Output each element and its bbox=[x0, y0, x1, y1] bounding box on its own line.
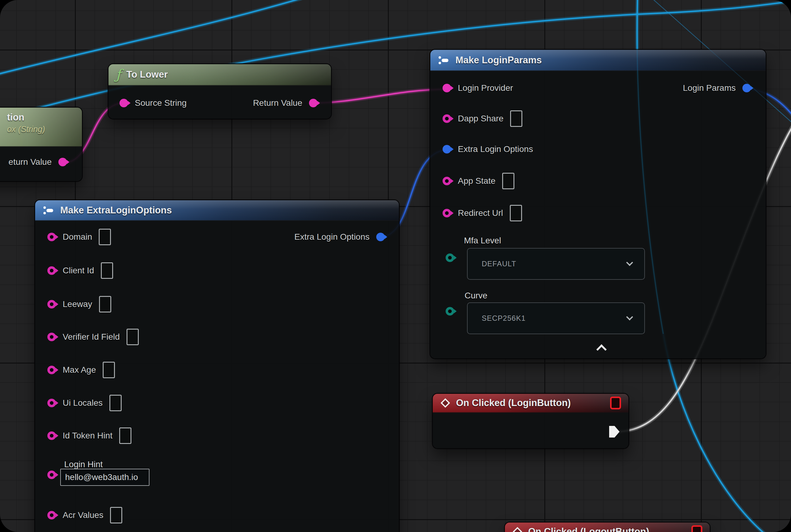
pin-redirect-url[interactable] bbox=[443, 209, 451, 217]
pin-label: Acr Values bbox=[63, 510, 103, 520]
blueprint-canvas[interactable]: tion ox (String) eturn Value ƒ To Lower … bbox=[0, 0, 791, 532]
pin-ui-locales[interactable] bbox=[47, 399, 56, 407]
pin-label: Id Token Hint bbox=[63, 431, 113, 441]
pin-client-id[interactable] bbox=[47, 266, 56, 275]
pin-label: Source String bbox=[135, 98, 187, 108]
node-on-clicked-login-header[interactable]: On Clicked (LoginButton) bbox=[433, 394, 629, 413]
checkbox-client-id[interactable] bbox=[101, 262, 113, 279]
row-extra-login-options-out: Extra Login Options bbox=[294, 228, 385, 246]
make-struct-icon bbox=[42, 205, 55, 215]
row-login-params-out: Login Params bbox=[683, 79, 751, 97]
node-partial-title: tion bbox=[7, 112, 24, 123]
mfa-level-value: DEFAULT bbox=[482, 260, 516, 268]
pin-extra-login-options-in[interactable] bbox=[443, 145, 451, 153]
pin-label: Verifier Id Field bbox=[63, 332, 120, 342]
pin-label: Ui Locales bbox=[63, 398, 103, 408]
function-icon: ƒ bbox=[116, 68, 121, 81]
checkbox-app-state[interactable] bbox=[502, 173, 515, 189]
pin-source-string[interactable] bbox=[119, 99, 128, 107]
pin-label: Redirect Url bbox=[458, 208, 503, 218]
node-to-lower-header[interactable]: ƒ To Lower bbox=[109, 64, 331, 86]
pin-login-provider[interactable] bbox=[443, 84, 451, 92]
checkbox-dapp-share[interactable] bbox=[510, 110, 522, 127]
node-partial-subtitle: ox (String) bbox=[7, 125, 45, 134]
make-struct-icon bbox=[438, 55, 450, 65]
curve-label: Curve bbox=[465, 291, 487, 301]
pin-domain[interactable] bbox=[47, 233, 56, 241]
node-on-clicked-logout-header[interactable]: On Clicked (LogoutButton) bbox=[505, 522, 710, 532]
node-on-clicked-logout-button[interactable]: On Clicked (LogoutButton) bbox=[505, 522, 710, 532]
checkbox-ui-locales[interactable] bbox=[110, 395, 122, 411]
row-domain: Domain bbox=[47, 228, 111, 246]
row-max-age: Max Age bbox=[47, 361, 115, 379]
curve-dropdown[interactable]: SECP256K1 bbox=[467, 302, 645, 334]
checkbox-verifier-id-field[interactable] bbox=[127, 329, 139, 345]
row-app-state: App State bbox=[443, 172, 515, 190]
row-leeway: Leeway bbox=[47, 296, 111, 313]
pin-label: Extra Login Options bbox=[458, 144, 533, 154]
node-on-clicked-logout-title: On Clicked (LogoutButton) bbox=[528, 526, 649, 532]
pin-return-value[interactable] bbox=[309, 99, 317, 107]
node-make-extra-login-options[interactable]: Make ExtraLoginOptions Domain Client Id … bbox=[35, 200, 399, 532]
exec-pin-out[interactable] bbox=[609, 426, 619, 438]
pin-login-params-out[interactable] bbox=[742, 84, 751, 92]
node-partial-function[interactable]: tion ox (String) eturn Value bbox=[0, 108, 82, 181]
chevron-down-icon bbox=[626, 259, 633, 266]
node-make-extra-header[interactable]: Make ExtraLoginOptions bbox=[35, 200, 399, 221]
login-hint-label: Login Hint bbox=[64, 459, 103, 469]
pin-label: Login Provider bbox=[458, 83, 513, 93]
pin-login-hint[interactable] bbox=[47, 471, 56, 479]
row-partial-return: eturn Value bbox=[8, 153, 67, 171]
pin-label: Login Params bbox=[683, 83, 736, 93]
pin-id-token-hint[interactable] bbox=[47, 432, 56, 440]
row-return-value: Return Value bbox=[253, 94, 317, 112]
pin-leeway[interactable] bbox=[47, 300, 56, 308]
delegate-box-icon[interactable] bbox=[691, 525, 702, 532]
checkbox-leeway[interactable] bbox=[99, 296, 111, 312]
pin-max-age[interactable] bbox=[47, 366, 56, 374]
row-id-token-hint: Id Token Hint bbox=[47, 427, 131, 444]
node-make-login-params-title: Make LoginParams bbox=[456, 55, 542, 66]
checkbox-max-age[interactable] bbox=[103, 362, 115, 378]
pin-acr-values[interactable] bbox=[47, 511, 56, 519]
delegate-box-icon[interactable] bbox=[610, 397, 621, 410]
event-diamond-icon bbox=[513, 527, 522, 532]
row-extra-login-options-in: Extra Login Options bbox=[443, 141, 533, 158]
event-diamond-icon bbox=[440, 398, 450, 407]
row-dapp-share: Dapp Share bbox=[443, 110, 522, 127]
pin-label: Domain bbox=[63, 232, 92, 242]
node-partial-header[interactable]: tion ox (String) bbox=[0, 108, 82, 147]
collapse-chevron-icon[interactable] bbox=[596, 344, 607, 355]
pin-label: eturn Value bbox=[8, 157, 52, 167]
checkbox-domain[interactable] bbox=[99, 229, 111, 245]
mfa-level-label: Mfa Level bbox=[464, 236, 501, 246]
pin-app-state[interactable] bbox=[443, 177, 451, 185]
node-to-lower[interactable]: ƒ To Lower Source String Return Value bbox=[109, 64, 331, 119]
pin-label: Extra Login Options bbox=[294, 232, 369, 242]
pin-extra-login-options-out[interactable] bbox=[376, 233, 385, 241]
row-redirect-url: Redirect Url bbox=[443, 205, 522, 222]
pin-label: Leeway bbox=[63, 299, 92, 309]
checkbox-acr-values[interactable] bbox=[110, 507, 122, 524]
chevron-down-icon bbox=[626, 314, 633, 320]
pin-partial-return-value[interactable] bbox=[58, 158, 67, 166]
pin-curve[interactable] bbox=[446, 307, 454, 316]
node-on-clicked-login-button[interactable]: On Clicked (LoginButton) bbox=[433, 394, 629, 448]
node-on-clicked-login-title: On Clicked (LoginButton) bbox=[456, 397, 571, 408]
row-acr-values: Acr Values bbox=[47, 507, 122, 524]
mfa-level-dropdown[interactable]: DEFAULT bbox=[467, 248, 645, 280]
node-make-login-params-header[interactable]: Make LoginParams bbox=[430, 50, 766, 71]
pin-mfa-level[interactable] bbox=[446, 253, 454, 262]
pin-dapp-share[interactable] bbox=[443, 114, 451, 123]
row-login-provider: Login Provider bbox=[443, 79, 513, 97]
checkbox-id-token-hint[interactable] bbox=[119, 428, 131, 444]
pin-verifier-id-field[interactable] bbox=[47, 332, 56, 341]
pin-label: Client Id bbox=[63, 266, 94, 276]
node-make-extra-title: Make ExtraLoginOptions bbox=[60, 205, 172, 216]
node-make-login-params[interactable]: Make LoginParams Login Provider Dapp Sha… bbox=[430, 50, 766, 358]
curve-value: SECP256K1 bbox=[482, 314, 526, 323]
pin-label: Max Age bbox=[63, 365, 96, 375]
checkbox-redirect-url[interactable] bbox=[510, 205, 522, 221]
row-ui-locales: Ui Locales bbox=[47, 394, 122, 412]
login-hint-input[interactable] bbox=[60, 469, 150, 486]
